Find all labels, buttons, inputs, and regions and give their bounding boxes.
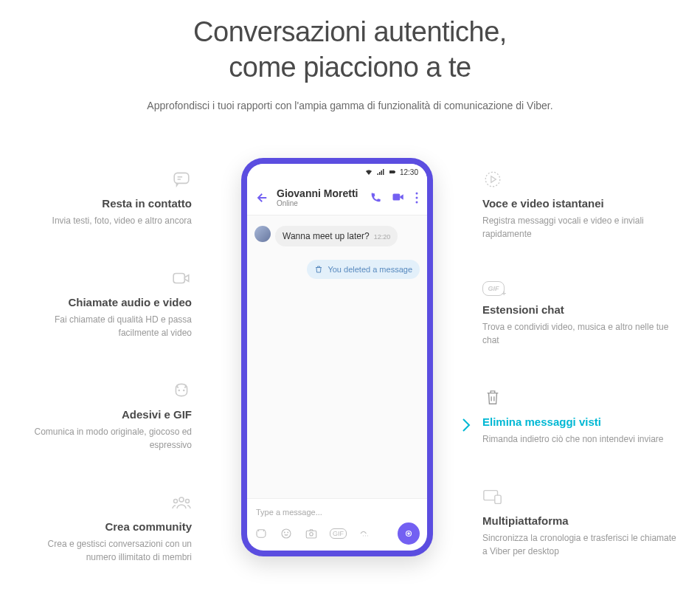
chat-header: Giovanni Moretti Online	[247, 180, 427, 215]
svg-rect-1	[173, 274, 184, 283]
svg-point-20	[408, 533, 409, 534]
svg-point-11	[416, 196, 418, 199]
feature-stickers-gif[interactable]: Adesivi e GIF Comunica in modo originale…	[22, 380, 192, 452]
deleted-text: You deleted a message	[328, 265, 412, 274]
contact-status: Online	[277, 199, 362, 207]
feature-community[interactable]: Crea community Crea e gestisci conversaz…	[22, 492, 192, 564]
svg-point-12	[416, 201, 418, 203]
feature-stay-in-touch[interactable]: Resta in contatto Invia testi, foto, vid…	[22, 169, 192, 227]
wifi-icon	[364, 168, 373, 176]
chevron-right-icon[interactable]	[460, 416, 472, 434]
people-group-icon	[171, 492, 192, 513]
feature-desc: Rimanda indietro ciò che non intendevi i…	[482, 432, 678, 446]
hero-title: Conversazioni autentiche, come piacciono…	[22, 15, 678, 85]
play-circle-icon	[482, 169, 503, 190]
svg-point-16	[288, 532, 288, 533]
message-text: Wanna meet up later?	[283, 231, 370, 241]
svg-point-6	[186, 500, 190, 503]
call-button[interactable]	[370, 192, 381, 204]
svg-rect-0	[174, 173, 189, 183]
svg-point-14	[282, 529, 291, 538]
svg-rect-17	[306, 531, 316, 538]
feature-title: Voce e video istantanei	[482, 197, 678, 210]
svg-rect-13	[257, 530, 266, 538]
phone-mockup: 12:30 Giovanni Moretti Online	[214, 158, 460, 556]
camera-button[interactable]	[305, 527, 318, 540]
more-extensions-button[interactable]	[358, 528, 372, 539]
hero-section: Conversazioni autentiche, come piacciono…	[22, 15, 678, 114]
feature-title: Crea community	[22, 520, 192, 533]
message-time: 12:20	[374, 233, 391, 241]
avatar[interactable]	[254, 226, 271, 242]
svg-point-10	[416, 192, 418, 194]
feature-title: Elimina messaggi visti	[482, 415, 678, 428]
contact-name[interactable]: Giovanni Moretti	[277, 187, 362, 199]
feature-title: Multipiattaforma	[482, 514, 678, 527]
feature-title: Chiamate audio e video	[22, 296, 192, 308]
hero-subtitle: Approfondisci i tuoi rapporti con l'ampi…	[144, 98, 557, 114]
video-call-button[interactable]	[392, 192, 405, 204]
deleted-message: You deleted a message	[254, 260, 420, 279]
send-record-button[interactable]	[398, 522, 420, 545]
incoming-message[interactable]: Wanna meet up later? 12:20	[254, 226, 420, 246]
svg-point-21	[485, 172, 500, 187]
feature-desc: Trova e condividi video, musica e altro …	[482, 320, 678, 347]
sticker-button[interactable]	[254, 527, 268, 540]
video-camera-icon	[171, 268, 192, 289]
devices-icon	[482, 486, 503, 507]
phone-statusbar: 12:30	[247, 164, 427, 180]
gif-badge-icon: GIF +	[482, 281, 505, 296]
message-input[interactable]: Type a message...	[254, 505, 420, 522]
chat-bubble-icon	[171, 169, 192, 190]
trash-icon	[482, 387, 503, 408]
svg-point-2	[179, 390, 179, 390]
feature-instant-voice-video[interactable]: Voce e video istantanei Registra messagg…	[482, 169, 678, 241]
svg-point-4	[179, 497, 184, 502]
svg-point-5	[174, 500, 178, 503]
feature-desc: Comunica in modo originale, giocoso ed e…	[22, 425, 192, 452]
svg-point-3	[184, 390, 184, 390]
feature-multiplatform[interactable]: Multipiattaforma Sincronizza la cronolog…	[482, 486, 678, 558]
feature-audio-video-calls[interactable]: Chiamate audio e video Fai chiamate di q…	[22, 268, 192, 339]
feature-title: Resta in contatto	[22, 197, 192, 210]
feature-desc: Crea e gestisci conversazioni con un num…	[22, 537, 192, 564]
features-right-column: Voce e video istantanei Registra messagg…	[482, 158, 678, 599]
svg-rect-9	[393, 193, 401, 200]
feature-title: Estensioni chat	[482, 303, 678, 316]
battery-icon	[388, 168, 397, 176]
emoji-button[interactable]	[280, 527, 293, 540]
back-button[interactable]	[256, 191, 269, 204]
feature-desc: Sincronizza la cronologia e trasferisci …	[482, 531, 678, 558]
chat-input-area: Type a message... GIF	[247, 498, 427, 551]
features-left-column: Resta in contatto Invia testi, foto, vid…	[22, 158, 192, 604]
statusbar-time: 12:30	[400, 168, 418, 176]
feature-chat-extensions[interactable]: GIF + Estensioni chat Trova e condividi …	[482, 281, 678, 347]
feature-desc: Fai chiamate di qualità HD e passa facil…	[22, 313, 192, 339]
cat-face-icon	[171, 380, 192, 401]
feature-desc: Invia testi, foto, video e altro ancora	[22, 214, 192, 227]
svg-rect-7	[389, 170, 395, 173]
chat-body: Wanna meet up later? 12:20 You deleted a…	[247, 215, 427, 498]
feature-title: Adesivi e GIF	[22, 408, 192, 421]
svg-rect-23	[495, 495, 501, 503]
signal-icon	[376, 168, 385, 176]
trash-icon	[314, 265, 323, 274]
svg-point-18	[310, 533, 313, 537]
feature-delete-seen-messages[interactable]: Elimina messaggi visti Rimanda indietro …	[482, 387, 678, 446]
svg-point-15	[284, 532, 285, 533]
svg-rect-8	[395, 171, 395, 173]
gif-button[interactable]: GIF	[330, 528, 347, 539]
feature-desc: Registra messaggi vocali e video e invia…	[482, 214, 678, 241]
more-menu-button[interactable]	[415, 192, 418, 204]
